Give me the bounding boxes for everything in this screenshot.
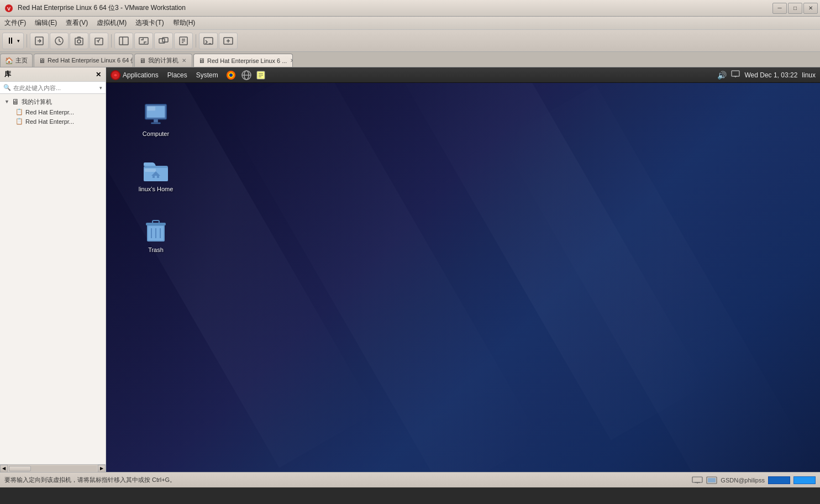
toolbar-btn-8[interactable] xyxy=(174,33,193,49)
svg-rect-43 xyxy=(153,221,159,223)
vm-icon-2: 📋 xyxy=(15,118,23,125)
svg-rect-9 xyxy=(139,38,148,44)
gnome-system-label: System xyxy=(196,71,218,79)
gnome-apps-label: Applications xyxy=(123,71,159,79)
toolbar-btn-10[interactable] xyxy=(219,33,238,49)
title-bar: V Red Hat Enterprise Linux 6 64 位3 - VMw… xyxy=(0,0,820,17)
gnome-desktop[interactable]: Computer xyxy=(106,83,820,472)
tree-child-item-2[interactable]: 📋 Red Hat Enterpr... xyxy=(0,117,106,126)
svg-rect-36 xyxy=(145,169,156,172)
trash-icon-image xyxy=(143,218,169,244)
sidebar-header: 库 ✕ xyxy=(0,67,106,82)
tab-home-label: 主页 xyxy=(15,56,28,65)
pause-dropdown[interactable]: ⏸ ▾ xyxy=(2,33,24,49)
toolbar-btn-7[interactable] xyxy=(154,33,173,49)
home-icon-image xyxy=(143,157,169,183)
computer-icon-label: Computer xyxy=(143,130,169,138)
vm-indicator-1 xyxy=(768,476,790,484)
tab-mycomp-close[interactable]: ✕ xyxy=(181,57,187,64)
menu-edit[interactable]: 编辑(E) xyxy=(30,17,61,29)
gnome-volume-icon[interactable]: 🔊 xyxy=(717,71,727,80)
menu-help[interactable]: 帮助(H) xyxy=(169,17,200,29)
desktop-icon-trash[interactable]: Trash xyxy=(134,216,178,256)
svg-rect-48 xyxy=(708,478,716,482)
vm-indicator-2 xyxy=(793,476,816,484)
status-right-text: GSDN@philipss xyxy=(721,477,765,484)
minimize-button[interactable]: ─ xyxy=(772,3,787,14)
toolbar-btn-9[interactable] xyxy=(199,33,218,49)
tab-vm1[interactable]: 🖥 Red Hat Enterprise Linux 6 64 位 ✕ xyxy=(34,54,133,67)
menu-view[interactable]: 查看(V) xyxy=(61,17,92,29)
app-icon: V xyxy=(3,3,14,14)
tree-root[interactable]: ▼ 🖥 我的计算机 xyxy=(0,96,106,107)
window-controls: ─ □ ✕ xyxy=(772,3,820,14)
toolbar-separator-1 xyxy=(27,34,27,48)
gnome-username[interactable]: linux xyxy=(802,71,816,79)
gnome-network-icon[interactable] xyxy=(731,70,740,80)
sidebar-search[interactable]: 🔍 ▾ xyxy=(0,82,106,94)
sidebar-tree: ▼ 🖥 我的计算机 📋 Red Hat Enterpr... 📋 Red Hat… xyxy=(0,94,106,464)
mycomp-tab-icon: 🖥 xyxy=(139,57,146,65)
toolbar: ⏸ ▾ xyxy=(0,30,820,52)
scroll-left[interactable]: ◀ xyxy=(0,465,8,473)
svg-rect-10 xyxy=(159,39,165,43)
toolbar-btn-1[interactable] xyxy=(30,33,49,49)
toolbar-separator-2 xyxy=(111,34,112,48)
trash-icon-label: Trash xyxy=(148,246,164,254)
svg-rect-33 xyxy=(151,122,160,124)
svg-rect-32 xyxy=(154,119,158,123)
vm-display-area[interactable]: Applications Places System xyxy=(106,67,820,472)
desktop-icon-home[interactable]: linux's Home xyxy=(134,155,178,195)
menu-bar: 文件(F) 编辑(E) 查看(V) 虚拟机(M) 选项卡(T) 帮助(H) xyxy=(0,17,820,30)
window-title: Red Hat Enterprise Linux 6 64 位3 - VMwar… xyxy=(18,3,772,13)
gnome-notes-icon[interactable] xyxy=(254,67,268,83)
toolbar-btn-3[interactable] xyxy=(70,33,88,49)
svg-point-18 xyxy=(229,74,233,77)
screen-status-icon xyxy=(706,476,717,484)
computer-icon-image xyxy=(143,102,169,128)
gnome-firefox-icon[interactable] xyxy=(223,67,239,83)
network-status-icon xyxy=(692,476,703,484)
status-right: GSDN@philipss xyxy=(692,476,816,484)
tab-home[interactable]: 🏠 主页 xyxy=(0,54,33,67)
search-input[interactable] xyxy=(13,85,99,91)
search-icon: 🔍 xyxy=(3,84,11,91)
dropdown-arrow: ▾ xyxy=(17,38,20,44)
horizontal-scrollbar[interactable]: ◀ ▶ xyxy=(0,464,106,472)
gnome-datetime[interactable]: Wed Dec 1, 03:22 xyxy=(744,71,797,79)
status-bar: 要将输入定向到该虚拟机，请将鼠标指针移入其中或按 Ctrl+G。 GSDN@ph… xyxy=(0,472,820,487)
scroll-right[interactable]: ▶ xyxy=(98,465,106,473)
vm2-tab-icon: 🖥 xyxy=(198,57,205,65)
home-icon-label: linux's Home xyxy=(139,186,174,193)
menu-vm[interactable]: 虚拟机(M) xyxy=(92,17,131,29)
sidebar: 库 ✕ 🔍 ▾ ▼ 🖥 我的计算机 📋 Red Hat Enterpr... 📋… xyxy=(0,67,106,472)
tab-vm2-label: Red Hat Enterprise Linux 6 ... xyxy=(207,57,287,64)
home-tab-icon: 🏠 xyxy=(5,57,13,65)
redhat-icon xyxy=(111,70,120,80)
gnome-system-menu[interactable]: System xyxy=(192,67,223,83)
tab-vm1-label: Red Hat Enterprise Linux 6 64 位 xyxy=(48,56,133,65)
toolbar-btn-4[interactable] xyxy=(90,33,108,49)
svg-rect-31 xyxy=(148,107,155,111)
toolbar-btn-6[interactable] xyxy=(134,33,153,49)
tab-vm2-close[interactable]: ✕ xyxy=(289,57,293,64)
tab-vm2[interactable]: 🖥 Red Hat Enterprise Linux 6 ... ✕ xyxy=(193,54,293,67)
svg-rect-13 xyxy=(204,38,213,44)
toolbar-btn-5[interactable] xyxy=(114,33,133,49)
tab-bar: 🏠 主页 🖥 Red Hat Enterprise Linux 6 64 位 ✕… xyxy=(0,52,820,67)
desktop-icon-computer[interactable]: Computer xyxy=(134,99,178,140)
toolbar-btn-2[interactable] xyxy=(50,33,69,49)
gnome-apps-menu[interactable]: Applications xyxy=(106,67,163,83)
close-button[interactable]: ✕ xyxy=(803,3,818,14)
tab-mycomp[interactable]: 🖥 我的计算机 ✕ xyxy=(134,54,192,67)
tree-root-label: 我的计算机 xyxy=(22,98,52,106)
tree-child-label-2: Red Hat Enterpr... xyxy=(25,118,74,125)
restore-button[interactable]: □ xyxy=(788,3,802,14)
vm-icon-1: 📋 xyxy=(15,108,23,116)
sidebar-close-button[interactable]: ✕ xyxy=(96,71,101,78)
tree-child-item-1[interactable]: 📋 Red Hat Enterpr... xyxy=(0,107,106,117)
gnome-places-menu[interactable]: Places xyxy=(163,67,192,83)
gnome-browser-icon[interactable] xyxy=(239,67,254,83)
menu-file[interactable]: 文件(F) xyxy=(0,17,30,29)
menu-tab[interactable]: 选项卡(T) xyxy=(131,17,168,29)
